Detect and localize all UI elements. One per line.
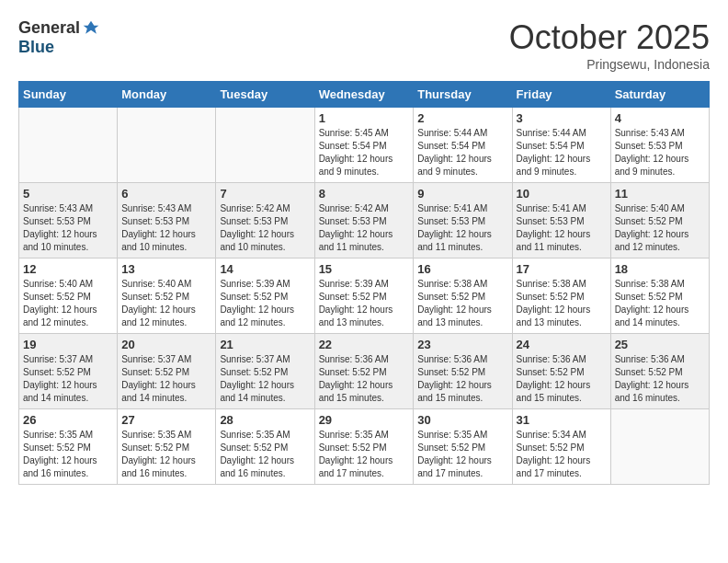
logo-blue-text: Blue (18, 38, 54, 57)
calendar-cell: 15Sunrise: 5:39 AM Sunset: 5:52 PM Dayli… (314, 259, 414, 334)
day-info: Sunrise: 5:35 AM Sunset: 5:52 PM Dayligh… (319, 429, 410, 480)
calendar-cell: 1Sunrise: 5:45 AM Sunset: 5:54 PM Daylig… (314, 108, 414, 183)
day-info: Sunrise: 5:38 AM Sunset: 5:52 PM Dayligh… (417, 278, 507, 329)
day-info: Sunrise: 5:36 AM Sunset: 5:52 PM Dayligh… (615, 353, 705, 405)
weekday-header-friday: Friday (512, 82, 610, 108)
calendar-cell: 17Sunrise: 5:38 AM Sunset: 5:52 PM Dayli… (512, 259, 610, 334)
calendar-cell: 5Sunrise: 5:43 AM Sunset: 5:53 PM Daylig… (19, 183, 118, 259)
day-number: 24 (517, 338, 607, 351)
day-number: 28 (220, 413, 310, 427)
page-header: General Blue October 2025 Pringsewu, Ind… (18, 18, 710, 72)
day-number: 25 (615, 338, 705, 351)
day-number: 2 (417, 111, 507, 125)
calendar-week-row: 5Sunrise: 5:43 AM Sunset: 5:53 PM Daylig… (19, 183, 710, 259)
calendar-cell: 13Sunrise: 5:40 AM Sunset: 5:52 PM Dayli… (118, 259, 216, 334)
day-info: Sunrise: 5:38 AM Sunset: 5:52 PM Dayligh… (615, 278, 705, 329)
calendar-cell: 2Sunrise: 5:44 AM Sunset: 5:54 PM Daylig… (414, 108, 512, 183)
day-number: 27 (121, 413, 211, 427)
calendar-week-row: 1Sunrise: 5:45 AM Sunset: 5:54 PM Daylig… (19, 108, 710, 183)
day-number: 13 (121, 262, 211, 276)
day-number: 23 (417, 338, 507, 351)
day-info: Sunrise: 5:36 AM Sunset: 5:52 PM Dayligh… (417, 353, 507, 405)
calendar-cell (216, 108, 314, 183)
day-number: 22 (319, 338, 410, 351)
calendar-cell: 25Sunrise: 5:36 AM Sunset: 5:52 PM Dayli… (610, 334, 709, 409)
month-title: October 2025 (509, 18, 710, 57)
calendar-cell: 16Sunrise: 5:38 AM Sunset: 5:52 PM Dayli… (414, 259, 512, 334)
day-info: Sunrise: 5:43 AM Sunset: 5:53 PM Dayligh… (23, 202, 113, 254)
day-info: Sunrise: 5:36 AM Sunset: 5:52 PM Dayligh… (319, 353, 410, 405)
calendar-cell: 11Sunrise: 5:40 AM Sunset: 5:52 PM Dayli… (610, 183, 709, 259)
day-number: 11 (615, 187, 705, 201)
weekday-header-monday: Monday (118, 82, 216, 108)
day-number: 20 (121, 338, 211, 351)
weekday-header-wednesday: Wednesday (314, 82, 414, 108)
day-number: 6 (121, 187, 211, 201)
calendar-cell: 14Sunrise: 5:39 AM Sunset: 5:52 PM Dayli… (216, 259, 314, 334)
calendar-cell (19, 108, 118, 183)
day-info: Sunrise: 5:41 AM Sunset: 5:53 PM Dayligh… (417, 202, 507, 254)
day-info: Sunrise: 5:37 AM Sunset: 5:52 PM Dayligh… (220, 353, 310, 405)
day-info: Sunrise: 5:35 AM Sunset: 5:52 PM Dayligh… (23, 429, 113, 480)
day-info: Sunrise: 5:40 AM Sunset: 5:52 PM Dayligh… (23, 278, 113, 329)
calendar-cell: 3Sunrise: 5:44 AM Sunset: 5:54 PM Daylig… (512, 108, 610, 183)
calendar-cell: 10Sunrise: 5:41 AM Sunset: 5:53 PM Dayli… (512, 183, 610, 259)
calendar-cell: 18Sunrise: 5:38 AM Sunset: 5:52 PM Dayli… (610, 259, 709, 334)
day-number: 5 (23, 187, 113, 201)
calendar-cell: 27Sunrise: 5:35 AM Sunset: 5:52 PM Dayli… (118, 409, 216, 485)
day-info: Sunrise: 5:40 AM Sunset: 5:52 PM Dayligh… (615, 202, 705, 254)
calendar-cell: 19Sunrise: 5:37 AM Sunset: 5:52 PM Dayli… (19, 334, 118, 409)
day-info: Sunrise: 5:37 AM Sunset: 5:52 PM Dayligh… (23, 353, 113, 405)
day-number: 9 (417, 187, 507, 201)
day-number: 29 (319, 413, 410, 427)
weekday-header-row: SundayMondayTuesdayWednesdayThursdayFrid… (19, 82, 710, 108)
calendar-cell (118, 108, 216, 183)
calendar-table: SundayMondayTuesdayWednesdayThursdayFrid… (18, 81, 710, 485)
day-info: Sunrise: 5:37 AM Sunset: 5:52 PM Dayligh… (121, 353, 211, 405)
day-number: 8 (319, 187, 410, 201)
logo-general-text: General (18, 18, 80, 38)
day-info: Sunrise: 5:42 AM Sunset: 5:53 PM Dayligh… (220, 202, 310, 254)
calendar-cell: 24Sunrise: 5:36 AM Sunset: 5:52 PM Dayli… (512, 334, 610, 409)
logo: General Blue (18, 18, 100, 57)
day-number: 10 (517, 187, 607, 201)
calendar-week-row: 26Sunrise: 5:35 AM Sunset: 5:52 PM Dayli… (19, 409, 710, 485)
calendar-cell: 7Sunrise: 5:42 AM Sunset: 5:53 PM Daylig… (216, 183, 314, 259)
logo-icon (82, 19, 100, 38)
day-info: Sunrise: 5:35 AM Sunset: 5:52 PM Dayligh… (220, 429, 310, 480)
day-number: 12 (23, 262, 113, 276)
day-number: 21 (220, 338, 310, 351)
calendar-cell: 30Sunrise: 5:35 AM Sunset: 5:52 PM Dayli… (414, 409, 512, 485)
calendar-week-row: 12Sunrise: 5:40 AM Sunset: 5:52 PM Dayli… (19, 259, 710, 334)
weekday-header-sunday: Sunday (19, 82, 118, 108)
calendar-cell: 23Sunrise: 5:36 AM Sunset: 5:52 PM Dayli… (414, 334, 512, 409)
day-info: Sunrise: 5:35 AM Sunset: 5:52 PM Dayligh… (417, 429, 507, 480)
day-info: Sunrise: 5:36 AM Sunset: 5:52 PM Dayligh… (517, 353, 607, 405)
day-number: 7 (220, 187, 310, 201)
calendar-cell: 31Sunrise: 5:34 AM Sunset: 5:52 PM Dayli… (512, 409, 610, 485)
calendar-cell: 29Sunrise: 5:35 AM Sunset: 5:52 PM Dayli… (314, 409, 414, 485)
day-info: Sunrise: 5:40 AM Sunset: 5:52 PM Dayligh… (121, 278, 211, 329)
day-info: Sunrise: 5:44 AM Sunset: 5:54 PM Dayligh… (417, 127, 507, 178)
day-number: 31 (517, 413, 607, 427)
calendar-cell: 12Sunrise: 5:40 AM Sunset: 5:52 PM Dayli… (19, 259, 118, 334)
day-info: Sunrise: 5:41 AM Sunset: 5:53 PM Dayligh… (517, 202, 607, 254)
day-info: Sunrise: 5:39 AM Sunset: 5:52 PM Dayligh… (319, 278, 410, 329)
day-number: 30 (417, 413, 507, 427)
calendar-week-row: 19Sunrise: 5:37 AM Sunset: 5:52 PM Dayli… (19, 334, 710, 409)
calendar-cell: 20Sunrise: 5:37 AM Sunset: 5:52 PM Dayli… (118, 334, 216, 409)
calendar-cell: 21Sunrise: 5:37 AM Sunset: 5:52 PM Dayli… (216, 334, 314, 409)
calendar-cell: 26Sunrise: 5:35 AM Sunset: 5:52 PM Dayli… (19, 409, 118, 485)
day-info: Sunrise: 5:45 AM Sunset: 5:54 PM Dayligh… (319, 127, 410, 178)
day-info: Sunrise: 5:38 AM Sunset: 5:52 PM Dayligh… (517, 278, 607, 329)
weekday-header-tuesday: Tuesday (216, 82, 314, 108)
day-number: 4 (615, 111, 705, 125)
day-number: 18 (615, 262, 705, 276)
day-number: 3 (517, 111, 607, 125)
day-number: 17 (517, 262, 607, 276)
calendar-cell: 22Sunrise: 5:36 AM Sunset: 5:52 PM Dayli… (314, 334, 414, 409)
day-number: 19 (23, 338, 113, 351)
calendar-cell: 9Sunrise: 5:41 AM Sunset: 5:53 PM Daylig… (414, 183, 512, 259)
calendar-cell: 6Sunrise: 5:43 AM Sunset: 5:53 PM Daylig… (118, 183, 216, 259)
day-number: 16 (417, 262, 507, 276)
